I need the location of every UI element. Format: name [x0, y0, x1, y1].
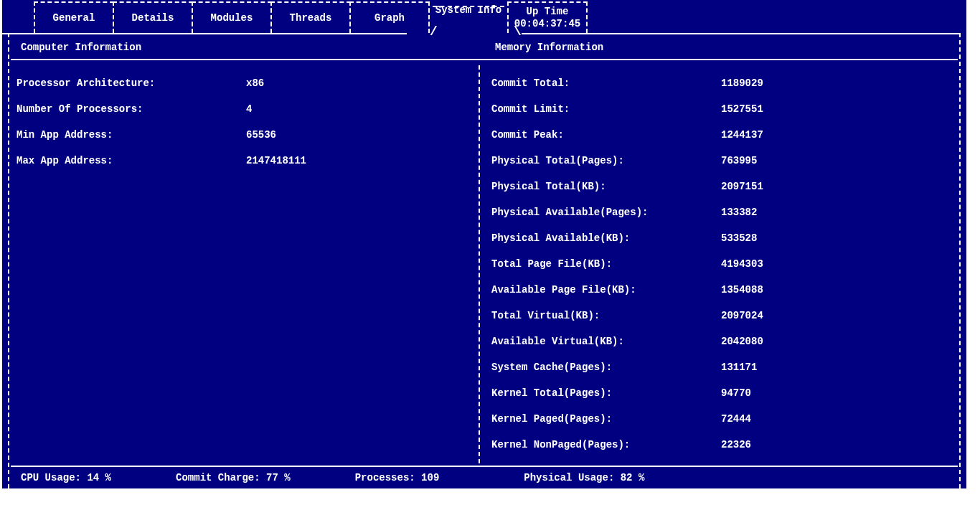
- value: 2147418111: [246, 155, 480, 166]
- label: Total Page File(KB):: [491, 258, 721, 270]
- info-row: Physical Total(KB):2097151: [491, 181, 959, 207]
- label: Min App Address:: [17, 129, 246, 141]
- info-row: Kernel NonPaged(Pages):22326: [491, 439, 959, 465]
- value: 1527551: [721, 103, 959, 115]
- label: Available Page File(KB):: [491, 284, 721, 296]
- info-row: Commit Limit:1527551: [491, 103, 959, 129]
- label: Max App Address:: [17, 155, 246, 166]
- status-bar: CPU Usage: 14 % Commit Charge: 77 % Proc…: [11, 466, 958, 488]
- status-physical: Physical Usage: 82 %: [524, 472, 644, 483]
- label: Physical Total(KB):: [491, 181, 721, 192]
- value: 22326: [721, 439, 959, 450]
- divider: [522, 33, 959, 34]
- label: Commit Peak:: [491, 129, 721, 141]
- status-processes: Processes: 109: [355, 472, 440, 483]
- label: Physical Available(Pages):: [491, 207, 721, 218]
- value: 2097024: [721, 310, 959, 321]
- info-row: Available Page File(KB):1354088: [491, 284, 959, 310]
- section-title-computer: Computer Information: [9, 42, 486, 53]
- value: 763995: [721, 155, 959, 166]
- tab-system-info[interactable]: System Info: [428, 1, 509, 33]
- info-row: Commit Peak:1244137: [491, 129, 959, 155]
- tab-details[interactable]: Details: [113, 1, 193, 33]
- value: 131171: [721, 362, 959, 373]
- label: Total Virtual(KB):: [491, 310, 721, 321]
- label: Kernel Total(Pages):: [491, 387, 721, 399]
- tab-label: Graph: [374, 12, 405, 24]
- info-row: Kernel Total(Pages):94770: [491, 387, 959, 413]
- info-row: Number Of Processors:4: [17, 103, 480, 129]
- computer-info-column: Processor Architecture:x86 Number Of Pro…: [9, 77, 480, 465]
- value: 133382: [721, 207, 959, 218]
- info-row: Available Virtual(KB):2042080: [491, 336, 959, 362]
- info-row: Commit Total:1189029: [491, 77, 959, 103]
- label: Kernel NonPaged(Pages):: [491, 439, 721, 450]
- info-row: Physical Available(KB):533528: [491, 232, 959, 258]
- label: Kernel Paged(Pages):: [491, 413, 721, 425]
- info-row: Min App Address:65536: [17, 129, 480, 155]
- value: 94770: [721, 387, 959, 399]
- info-row: Total Virtual(KB):2097024: [491, 310, 959, 336]
- label: Physical Total(Pages):: [491, 155, 721, 166]
- info-row: Kernel Paged(Pages):72444: [491, 413, 959, 439]
- app-window: General Details Modules Threads Graph Sy…: [2, 0, 966, 488]
- label: Processor Architecture:: [17, 77, 246, 89]
- label: Commit Total:: [491, 77, 721, 89]
- label: Available Virtual(KB):: [491, 336, 721, 347]
- value: 4194303: [721, 258, 959, 270]
- info-row: Physical Total(Pages):763995: [491, 155, 959, 181]
- tab-label: System Info: [435, 4, 501, 16]
- tab-label: General: [53, 12, 95, 24]
- section-title-memory: Memory Information: [486, 42, 959, 53]
- tab-label: Modules: [211, 12, 253, 24]
- value: 1189029: [721, 77, 959, 89]
- value: x86: [246, 77, 480, 89]
- tab-threads[interactable]: Threads: [270, 1, 351, 33]
- info-row: System Cache(Pages):131171: [491, 362, 959, 387]
- info-row: Physical Available(Pages):133382: [491, 207, 959, 232]
- tab-graph[interactable]: Graph: [349, 1, 430, 33]
- info-row: Total Page File(KB):4194303: [491, 258, 959, 284]
- info-row: Processor Architecture:x86: [17, 77, 480, 103]
- section-headers: Computer Information Memory Information: [9, 33, 959, 59]
- tab-modules[interactable]: Modules: [192, 1, 272, 33]
- content-area: Processor Architecture:x86 Number Of Pro…: [9, 63, 959, 465]
- tab-general[interactable]: General: [34, 1, 114, 33]
- label: Number Of Processors:: [17, 103, 246, 115]
- value: 2097151: [721, 181, 959, 192]
- status-cpu: CPU Usage: 14 %: [21, 472, 111, 483]
- value: 4: [246, 103, 480, 115]
- divider: [11, 59, 958, 60]
- main-panel: Computer Information Memory Information …: [8, 33, 961, 488]
- value: 1244137: [721, 129, 959, 141]
- value: 1354088: [721, 284, 959, 296]
- label: Physical Available(KB):: [491, 232, 721, 244]
- info-row: Max App Address:2147418111: [17, 155, 480, 181]
- tab-bar: General Details Modules Threads Graph Sy…: [2, 0, 966, 33]
- value: 533528: [721, 232, 959, 244]
- status-commit: Commit Charge: 77 %: [176, 472, 291, 483]
- divider: [0, 33, 407, 34]
- uptime-label: Up Time: [527, 6, 569, 18]
- tab-label: Details: [132, 12, 174, 24]
- value: 72444: [721, 413, 959, 425]
- value: 65536: [246, 129, 480, 141]
- uptime-value: 00:04:37:45: [514, 18, 580, 30]
- label: System Cache(Pages):: [491, 362, 721, 373]
- memory-info-column: Commit Total:1189029 Commit Limit:152755…: [480, 77, 959, 465]
- value: 2042080: [721, 336, 959, 347]
- label: Commit Limit:: [491, 103, 721, 115]
- tab-label: Threads: [290, 12, 332, 24]
